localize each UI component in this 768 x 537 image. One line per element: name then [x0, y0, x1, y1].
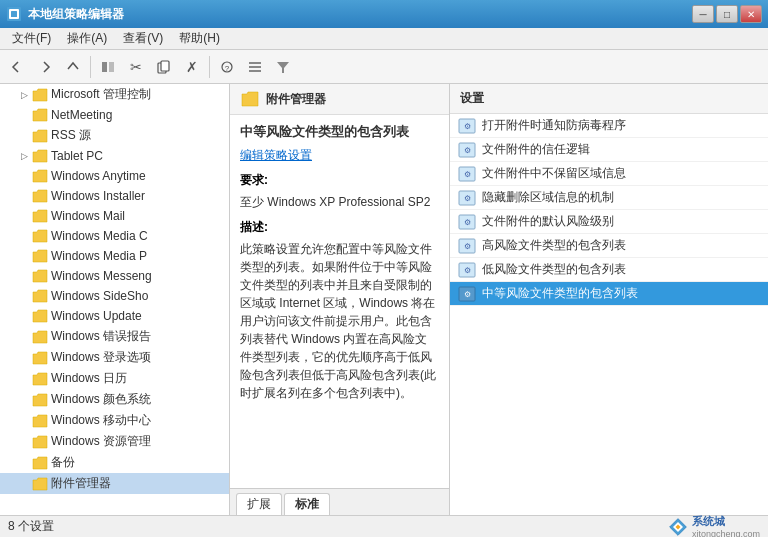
main-area: ▷ Microsoft 管理控制 NetMeeting RSS 源 ▷: [0, 84, 768, 515]
tree-item-anytime[interactable]: Windows Anytime: [0, 166, 229, 186]
tab-expand[interactable]: 扩展: [236, 493, 282, 515]
menu-view[interactable]: 查看(V): [115, 28, 171, 49]
settings-item-4[interactable]: ⚙ 文件附件的默认风险级别: [450, 210, 768, 234]
folder-icon: [32, 149, 48, 163]
forward-icon: [38, 60, 52, 74]
tree-item-calendar[interactable]: Windows 日历: [0, 368, 229, 389]
policy-icon: ⚙: [458, 190, 476, 206]
policy-icon: ⚙: [458, 166, 476, 182]
tree-item-microsoft[interactable]: ▷ Microsoft 管理控制: [0, 84, 229, 105]
tree-item-attachment[interactable]: 附件管理器: [0, 473, 229, 494]
tree-label: RSS 源: [51, 127, 229, 144]
tree-item-media-c[interactable]: Windows Media C: [0, 226, 229, 246]
settings-header: 设置: [450, 84, 768, 114]
settings-item-label: 隐藏删除区域信息的机制: [482, 189, 614, 206]
tree-item-sideshow[interactable]: Windows SideSho: [0, 286, 229, 306]
copy-button[interactable]: [151, 54, 177, 80]
status-text: 8 个设置: [8, 518, 54, 535]
tree-item-backup[interactable]: 备份: [0, 452, 229, 473]
tree-item-error[interactable]: Windows 错误报告: [0, 326, 229, 347]
logo-name: 系统城: [692, 514, 760, 529]
menu-file[interactable]: 文件(F): [4, 28, 59, 49]
close-button[interactable]: ✕: [740, 5, 762, 23]
list-icon: [248, 60, 262, 74]
folder-icon: [32, 351, 48, 365]
settings-item-0[interactable]: ⚙ 打开附件时通知防病毒程序: [450, 114, 768, 138]
content-panel-title: 附件管理器: [266, 91, 326, 108]
expander: [16, 329, 32, 345]
folder-icon: [32, 229, 48, 243]
maximize-button[interactable]: □: [716, 5, 738, 23]
cut-button[interactable]: ✂: [123, 54, 149, 80]
settings-item-3[interactable]: ⚙ 隐藏删除区域信息的机制: [450, 186, 768, 210]
tree-label: Windows Messeng: [51, 269, 229, 283]
settings-item-6[interactable]: ⚙ 低风险文件类型的包含列表: [450, 258, 768, 282]
tree-label: Windows SideSho: [51, 289, 229, 303]
filter-icon: [276, 60, 290, 74]
up-button[interactable]: [60, 54, 86, 80]
copy-icon: [157, 60, 171, 74]
view-icon: [101, 60, 115, 74]
back-button[interactable]: [4, 54, 30, 80]
svg-text:⚙: ⚙: [464, 218, 471, 227]
folder-icon: [32, 372, 48, 386]
tab-standard[interactable]: 标准: [284, 493, 330, 515]
tree-item-explorer[interactable]: Windows 资源管理: [0, 431, 229, 452]
tree-label: Windows Installer: [51, 189, 229, 203]
settings-item-5[interactable]: ⚙ 高风险文件类型的包含列表: [450, 234, 768, 258]
menu-action[interactable]: 操作(A): [59, 28, 115, 49]
forward-button[interactable]: [32, 54, 58, 80]
show-hide-button[interactable]: [95, 54, 121, 80]
tree-label: Windows 颜色系统: [51, 391, 229, 408]
expander: [16, 208, 32, 224]
tree-item-installer[interactable]: Windows Installer: [0, 186, 229, 206]
tree-item-mobility[interactable]: Windows 移动中心: [0, 410, 229, 431]
folder-icon: [32, 169, 48, 183]
tree-item-messenger[interactable]: Windows Messeng: [0, 266, 229, 286]
tree-item-netmeeting[interactable]: NetMeeting: [0, 105, 229, 125]
folder-icon: [32, 129, 48, 143]
tree-label: 附件管理器: [51, 475, 229, 492]
tree-label: Windows Media C: [51, 229, 229, 243]
tree-label: NetMeeting: [51, 108, 229, 122]
menu-help[interactable]: 帮助(H): [171, 28, 228, 49]
policy-icon: ⚙: [458, 286, 476, 302]
tree-item-tablet[interactable]: ▷ Tablet PC: [0, 146, 229, 166]
list-button[interactable]: [242, 54, 268, 80]
svg-rect-3: [102, 62, 107, 72]
tree-label: Windows Update: [51, 309, 229, 323]
edit-policy-link[interactable]: 编辑策略设置: [240, 148, 312, 162]
expander[interactable]: ▷: [16, 148, 32, 164]
expander[interactable]: ▷: [16, 87, 32, 103]
svg-text:⚙: ⚙: [464, 170, 471, 179]
delete-button[interactable]: ✗: [179, 54, 205, 80]
tree-label: Windows 错误报告: [51, 328, 229, 345]
title-bar-buttons: ─ □ ✕: [692, 5, 762, 23]
folder-icon: [32, 108, 48, 122]
expander: [16, 455, 32, 471]
expander: [16, 392, 32, 408]
tree-item-login[interactable]: Windows 登录选项: [0, 347, 229, 368]
settings-item-2[interactable]: ⚙ 文件附件中不保留区域信息: [450, 162, 768, 186]
settings-item-1[interactable]: ⚙ 文件附件的信任逻辑: [450, 138, 768, 162]
folder-icon: [32, 289, 48, 303]
tree-item-mail[interactable]: Windows Mail: [0, 206, 229, 226]
tree-item-update[interactable]: Windows Update: [0, 306, 229, 326]
expander: [16, 188, 32, 204]
filter-button[interactable]: [270, 54, 296, 80]
svg-text:⚙: ⚙: [464, 146, 471, 155]
tree-label: 备份: [51, 454, 229, 471]
tree-panel[interactable]: ▷ Microsoft 管理控制 NetMeeting RSS 源 ▷: [0, 84, 230, 515]
settings-item-7[interactable]: ⚙ 中等风险文件类型的包含列表: [450, 282, 768, 306]
minimize-button[interactable]: ─: [692, 5, 714, 23]
folder-icon: [32, 393, 48, 407]
menu-bar: 文件(F) 操作(A) 查看(V) 帮助(H): [0, 28, 768, 50]
status-bar: 8 个设置 系统城 xitongcheng.com: [0, 515, 768, 537]
folder-icon: [32, 414, 48, 428]
tree-item-media-p[interactable]: Windows Media P: [0, 246, 229, 266]
tree-item-color[interactable]: Windows 颜色系统: [0, 389, 229, 410]
title-bar: 本地组策略编辑器 ─ □ ✕: [0, 0, 768, 28]
svg-rect-9: [249, 62, 261, 64]
tree-item-rss[interactable]: RSS 源: [0, 125, 229, 146]
properties-button[interactable]: ?: [214, 54, 240, 80]
